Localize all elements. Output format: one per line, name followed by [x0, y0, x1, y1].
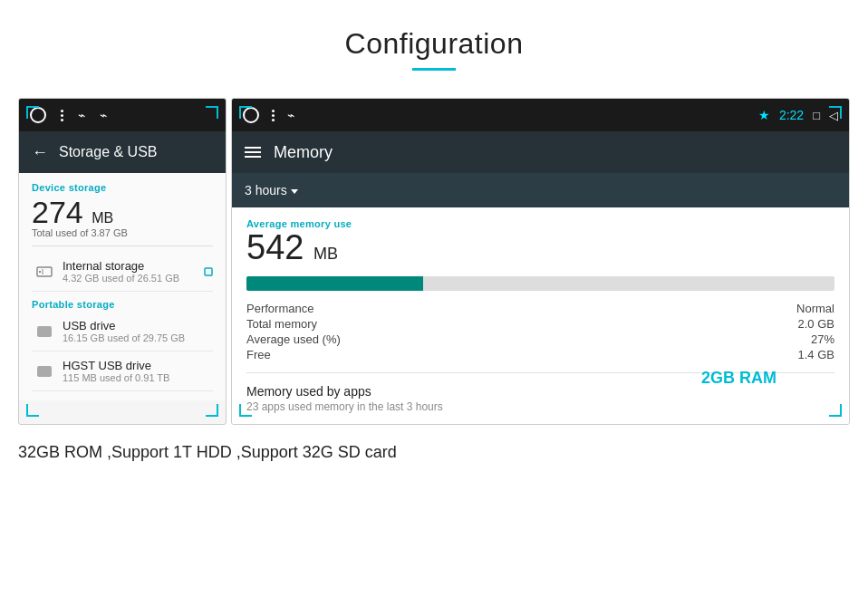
- mem-apps-subtitle: 23 apps used memory in the last 3 hours: [246, 400, 834, 413]
- memory-app-bar: Memory: [232, 131, 849, 173]
- stat-free-label: Free: [246, 348, 778, 361]
- avg-memory-label: Average memory use: [246, 218, 834, 229]
- right-status-dots-icon[interactable]: [272, 110, 275, 121]
- usb-drive-usage: 16.15 GB used of 29.75 GB: [63, 332, 213, 343]
- hgst-drive-usage: 115 MB used of 0.91 TB: [63, 372, 213, 383]
- stat-total-label: Total memory: [246, 317, 778, 331]
- usb-drive-name: USB drive: [63, 319, 213, 332]
- portable-label: Portable storage: [32, 299, 213, 310]
- stat-total-value: 2.0 GB: [796, 317, 834, 331]
- page-title-section: Configuration: [0, 0, 868, 80]
- status-circle-icon: [30, 107, 46, 123]
- storage-size: 274 MB: [32, 197, 213, 227]
- title-underline: [412, 68, 456, 71]
- left-screen: ⌁ ⌁ ← Storage & USB Device storage 274 M…: [18, 98, 227, 425]
- memory-usage-bar: [246, 276, 834, 291]
- avg-memory-value: 542 MB: [246, 229, 834, 267]
- memory-bar-fill: [246, 276, 423, 291]
- right-status-right-icons: ★ 2:22 □ ◁: [758, 108, 838, 122]
- internal-storage-select-icon: [204, 267, 213, 276]
- corner-br: [206, 404, 218, 417]
- memory-title: Memory: [274, 143, 333, 162]
- right-status-circle-icon: [243, 107, 259, 123]
- hamburger-menu-icon[interactable]: [245, 147, 261, 158]
- left-status-bar: ⌁ ⌁: [19, 99, 226, 131]
- internal-storage-info: Internal storage 4.32 GB used of 26.51 G…: [63, 259, 204, 284]
- usb-drive-item[interactable]: USB drive 16.15 GB used of 29.75 GB: [32, 312, 213, 351]
- back-button[interactable]: ←: [32, 143, 48, 162]
- usb-drive-icon: [32, 326, 57, 337]
- right-usb-icon: ⌁: [287, 108, 294, 122]
- usb-drive-info: USB drive 16.15 GB used of 29.75 GB: [63, 319, 213, 343]
- time-filter-bar: 3 hours: [232, 173, 849, 207]
- status-dots-icon[interactable]: [61, 110, 63, 121]
- ram-annotation: 2GB RAM: [701, 369, 776, 388]
- right-status-bar: ⌁ ★ 2:22 □ ◁: [232, 99, 849, 131]
- bottom-annotation: 32GB ROM ,Support 1T HDD ,Support 32G SD…: [0, 425, 868, 471]
- status-time: 2:22: [779, 108, 804, 122]
- storage-content: Device storage 274 MB Total used of 3.87…: [19, 173, 226, 400]
- stat-avg-label: Average used (%): [246, 332, 778, 346]
- dropdown-arrow-icon: [291, 189, 298, 194]
- usb-icon-1: ⌁: [78, 108, 85, 122]
- screens-container: ⌁ ⌁ ← Storage & USB Device storage 274 M…: [18, 98, 850, 425]
- device-storage-label: Device storage: [32, 182, 213, 193]
- memory-stats: Performance Normal Total memory 2.0 GB A…: [246, 302, 834, 361]
- svg-rect-3: [205, 268, 212, 275]
- right-screen: ⌁ ★ 2:22 □ ◁ Memory 3 hours: [231, 98, 850, 425]
- time-filter-label: 3 hours: [245, 183, 287, 197]
- time-filter-button[interactable]: 3 hours: [245, 183, 298, 197]
- internal-storage-item[interactable]: Internal storage 4.32 GB used of 26.51 G…: [32, 252, 213, 292]
- internal-storage-usage: 4.32 GB used of 26.51 GB: [63, 273, 204, 284]
- storage-total: Total used of 3.87 GB: [32, 227, 213, 238]
- storage-title: Storage & USB: [59, 144, 213, 160]
- hgst-drive-item[interactable]: HGST USB drive 115 MB used of 0.91 TB: [32, 351, 213, 391]
- stat-avg-value: 27%: [796, 332, 834, 346]
- hgst-drive-icon: [32, 366, 57, 377]
- svg-rect-1: [39, 271, 41, 273]
- internal-storage-icon: [32, 265, 57, 279]
- stat-performance-label: Performance: [246, 302, 778, 315]
- hgst-drive-info: HGST USB drive 115 MB used of 0.91 TB: [63, 359, 213, 383]
- stat-performance-value: Normal: [796, 302, 834, 315]
- left-app-bar: ← Storage & USB: [19, 131, 226, 173]
- bluetooth-icon: ★: [758, 108, 770, 122]
- stat-free-value: 1.4 GB: [796, 348, 834, 361]
- right-status-left-icons: ⌁: [243, 107, 294, 123]
- back-triangle-icon: ◁: [829, 109, 838, 122]
- hgst-drive-name: HGST USB drive: [63, 359, 213, 372]
- divider-1: [32, 246, 213, 246]
- page-title: Configuration: [0, 27, 868, 61]
- internal-storage-name: Internal storage: [63, 259, 204, 273]
- square-icon: □: [813, 109, 820, 122]
- corner-bl: [26, 404, 39, 417]
- usb-icon-2: ⌁: [100, 108, 107, 122]
- memory-content: Average memory use 542 MB Performance No…: [232, 207, 849, 424]
